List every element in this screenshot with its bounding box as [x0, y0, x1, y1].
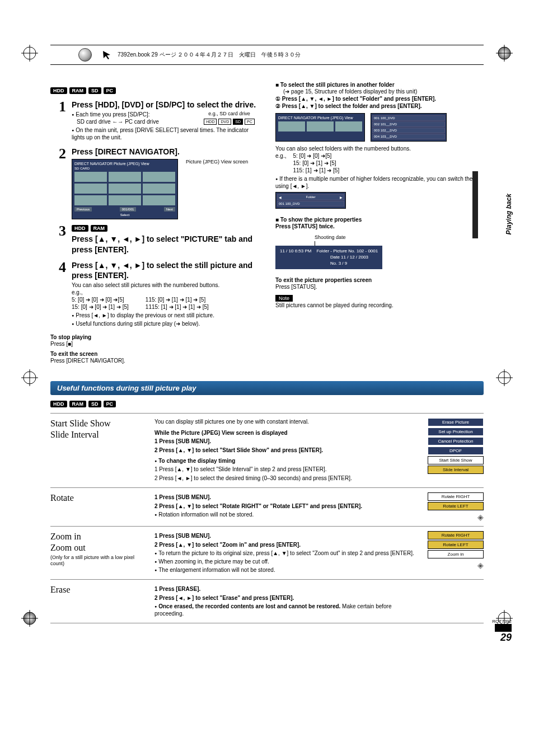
stop-block: To stop playing Press [■]	[50, 334, 259, 348]
right-column: Playing back To select the still picture…	[275, 82, 484, 364]
badge-hdd: HDD	[50, 401, 67, 407]
row-title-zoom-out: Zoom out	[50, 542, 146, 553]
badge-ram: RAM	[69, 401, 87, 407]
page-count: 001/001	[120, 207, 137, 212]
row-title-zoom-in: Zoom in	[50, 531, 146, 542]
exit-block: To exit the screen Press [DIRECT NAVIGAT…	[50, 351, 259, 364]
menu-rotate-left: Rotate LEFT	[428, 502, 484, 510]
badge-hdd: HDD	[50, 87, 67, 94]
menu-rotate-right: Rotate RIGHT	[428, 531, 484, 539]
menu-zoom-in: Zoom in	[428, 550, 484, 558]
folder-item: 001 100_DVD	[372, 115, 445, 121]
row-title-rotate: Rotate	[50, 492, 146, 522]
page-footer: RQT7392 29	[492, 619, 512, 644]
menu-erase-picture: Erase Picture	[428, 418, 484, 426]
step-number: 2	[50, 147, 66, 219]
drive-hdd: HDD	[204, 119, 217, 125]
menu-start-slide-show: Start Slide Show	[428, 456, 484, 464]
s4-ex-a: 5: [0] ➜ [0] ➜ [0] ➜[5]	[72, 296, 129, 303]
doc-code: RQT7392	[492, 619, 512, 624]
folder-item: 002 101__DVD	[372, 121, 445, 127]
r4-i2: 2 Press [◄, ►] to select "Erase" and pre…	[154, 594, 419, 602]
screen-sd-label: SD CARD	[74, 167, 175, 170]
step-number: 1	[50, 100, 66, 142]
row-erase: Erase 1 Press [ERASE]. 2 Press [◄, ►] to…	[50, 580, 484, 623]
r3-b1: To return the picture to its original si…	[154, 550, 419, 557]
prop-no: No. 3 / 9	[330, 260, 347, 266]
registration-mark-icon	[496, 369, 513, 386]
s4-bullet-2: Useful functions during still picture pl…	[72, 320, 259, 327]
r1-c2: 2 Press [◄, ►] to select the desired tim…	[154, 475, 419, 482]
badge-hdd: HDD	[72, 225, 88, 232]
menu-cancel-protection: Cancel Protection	[428, 437, 484, 445]
step-4-title: Press [▲, ▼, ◄, ►] to select the still p…	[72, 260, 259, 280]
screen-title: DIRECT NAVIGATOR Picture (JPEG) View	[278, 116, 362, 120]
menu-slide-interval: Slide Interval	[428, 466, 484, 474]
s4-line1: You can also select still pictures with …	[72, 281, 259, 289]
r1-i2: 2 Press [▲, ▼] to select "Start Slide Sh…	[154, 447, 419, 454]
row-slide-show: Start Slide Show Slide Interval You can …	[50, 414, 484, 488]
badge-pc: PC	[104, 87, 116, 94]
badge-sd: SD	[88, 401, 101, 407]
s4-bullet-1: Press [◄, ►] to display the previous or …	[72, 312, 259, 319]
r3-b2: When zooming in, the picture may be cut …	[154, 558, 419, 565]
step-2-title: Press [DIRECT NAVIGATOR].	[72, 147, 259, 157]
note-label: Note	[275, 295, 293, 302]
page-number: 29	[500, 632, 512, 643]
eg-label: e.g., SD card drive	[200, 111, 259, 116]
step-3-title: Press [▲, ▼, ◄, ►] to select "PICTURE" t…	[72, 234, 259, 254]
row-zoom-note: (Only for a still picture with a low pix…	[50, 555, 146, 567]
exit-heading: To exit the screen	[50, 351, 259, 357]
section-heading: Useful functions during still picture pl…	[50, 381, 484, 395]
drive-example: e.g., SD card drive HDD DVD SD PC	[200, 111, 259, 125]
folder-heading: To select the still pictures in another …	[275, 82, 484, 88]
prepress-header: 7392en.book 29 ページ ２００４年４月２７日 火曜日 午後５時３０…	[50, 45, 484, 65]
row-title-1b: Slide Interval	[50, 429, 146, 440]
prop-time: 11 / 10 6:53 PM	[280, 248, 311, 253]
scribe-line: 7392en.book 29 ページ ２００４年４月２７日 火曜日 午後５時３０…	[118, 51, 301, 59]
r1-i1: 1 Press [SUB MENU].	[154, 438, 419, 445]
picture-properties-box: 11 / 10 6:53 PM Folder - Picture No. 102…	[275, 246, 382, 269]
after-eg: e.g.,	[275, 152, 286, 174]
s4-ex-b: 15: [0] ➜ [0] ➜ [1] ➜ [5]	[72, 303, 129, 311]
step-1: 1 Press [HDD], [DVD] or [SD/PC] to selec…	[50, 100, 259, 142]
r4-i1: 1 Press [ERASE].	[154, 585, 419, 593]
r3-menu: Rotate RIGHT Rotate LEFT Zoom in ◈	[428, 531, 484, 575]
menu-dpof: DPOF	[428, 447, 484, 455]
left-column: HDD RAM SD PC 1 Press [HDD], [DVD] or [S…	[50, 82, 259, 364]
step-1-title: Press [HDD], [DVD] or [SD/PC] to select …	[72, 100, 259, 110]
badge-sd: SD	[88, 87, 101, 94]
cursor-icon	[102, 50, 112, 60]
thumb	[74, 172, 107, 182]
s1-bullet-2: On the main unit, press [DRIVE SELECT] s…	[72, 126, 259, 141]
after-c: 115: [1] ➜ [1] ➜ [5]	[293, 167, 339, 174]
menu-rotate-left: Rotate LEFT	[428, 541, 484, 549]
prop-sub: Press [STATUS] twice.	[275, 223, 484, 230]
after-b: 15: [0] ➜ [1] ➜ [5]	[293, 159, 339, 167]
row-zoom: Zoom in Zoom out (Only for a still pictu…	[50, 527, 484, 580]
step-4: 4 Press [▲, ▼, ◄, ►] to select the still…	[50, 260, 259, 328]
folder-item: 001 100_DVD	[277, 201, 344, 206]
prop-folder: Folder - Picture No. 102 - 0001	[316, 248, 378, 253]
folder-after-1: You can also select folders with the num…	[275, 145, 484, 152]
r3-b3: The enlargement information will not be …	[154, 566, 419, 574]
exit-prop-heading: To exit the picture properties screen	[275, 277, 484, 283]
prev-btn: Previous	[74, 207, 92, 212]
r1-intro: You can display still pictures one by on…	[154, 418, 419, 426]
s4-ex-d: 1115: [1] ➜ [1] ➜ [1] ➜ [5]	[146, 303, 209, 311]
s4-eg: e.g.,	[72, 289, 259, 296]
row-rotate: Rotate 1 Press [SUB MENU]. 2 Press [▲, ▼…	[50, 488, 484, 527]
row-title-erase: Erase	[50, 584, 146, 618]
exit-body: Press [DIRECT NAVIGATOR].	[50, 357, 259, 364]
side-tab: Playing back	[505, 194, 513, 234]
nav-arrows-icon: ◈	[477, 561, 484, 570]
registration-mark-icon	[21, 369, 38, 386]
row-title-1a: Start Slide Show	[50, 418, 146, 429]
r4-b1: Once erased, the recorded contents are l…	[154, 603, 419, 617]
chapter-index-bar	[472, 171, 478, 238]
prop-heading: To show the picture properties	[275, 217, 484, 223]
registration-mark-icon	[21, 610, 38, 627]
drive-dvd: DVD	[218, 119, 231, 125]
drive-sd: SD	[233, 119, 243, 125]
nav-arrows-icon: ◈	[477, 513, 484, 522]
